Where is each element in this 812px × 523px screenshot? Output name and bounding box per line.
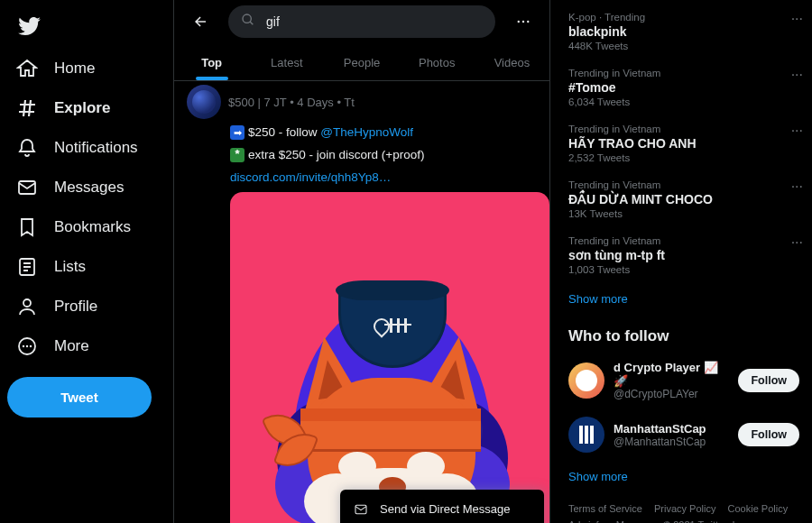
envelope-icon <box>353 501 369 518</box>
trends-show-more[interactable]: Show more <box>565 283 803 315</box>
tweet-button[interactable]: Tweet <box>7 377 152 417</box>
trend-title: #Tomoe <box>568 80 799 95</box>
overflow-button[interactable] <box>508 6 539 37</box>
svg-point-10 <box>527 21 529 23</box>
ctx-label: Send via Direct Message <box>380 502 511 516</box>
tweet-truncated-line: $500 | 7 JT • 4 Days • Tt <box>228 96 355 109</box>
trend-more-icon[interactable]: ··· <box>791 234 803 251</box>
person-icon <box>16 296 38 317</box>
right-sidebar: K-pop · Trending blackpink 448K Tweets ·… <box>550 0 812 523</box>
nav-label: Notifications <box>54 139 138 157</box>
trend-title: HÃY TRAO CHO ANH <box>568 136 799 151</box>
footer-ads[interactable]: Ads info <box>568 519 604 523</box>
footer-links: Terms of Service Privacy Policy Cookie P… <box>565 492 803 523</box>
avatar <box>568 362 604 399</box>
nav-messages[interactable]: Messages <box>7 168 166 207</box>
svg-point-6 <box>30 345 32 347</box>
account-handle: @dCryptoPLAYer <box>614 388 729 400</box>
who-to-follow-heading: Who to follow <box>565 315 803 353</box>
footer-copyright: © 2021 Twitter, Inc. <box>663 519 748 523</box>
footer-tos[interactable]: Terms of Service <box>568 503 642 514</box>
trend-more-icon[interactable]: ··· <box>791 11 803 27</box>
nav-explore[interactable]: Explore <box>7 88 166 128</box>
account-name: d Crypto Player 📈🚀 <box>614 361 729 388</box>
follow-button[interactable]: Follow <box>738 369 799 392</box>
nav-label: Home <box>54 60 95 78</box>
trend-item[interactable]: Trending in Vietnam #Tomoe 6,034 Tweets … <box>565 60 803 115</box>
account-name: ManhattanStCap <box>614 422 706 436</box>
nav-label: Messages <box>54 179 124 197</box>
tweet-media[interactable]: GIF <box>230 192 549 523</box>
back-button[interactable] <box>185 6 216 37</box>
share-context-menu: Send via Direct Message Bookmark Copy li… <box>340 490 544 523</box>
svg-rect-11 <box>355 505 366 513</box>
svg-point-8 <box>518 21 520 23</box>
tab-top[interactable]: Top <box>174 43 249 80</box>
trend-meta: Trending in Vietnam <box>568 124 799 134</box>
bookmark-icon <box>16 216 38 238</box>
timeline: $500 | 7 JT • 4 Days • Tt $250 - follow … <box>174 81 549 523</box>
tab-photos[interactable]: Photos <box>400 43 475 80</box>
trend-item[interactable]: Trending in Vietnam ĐẦU DỪA MINT CHOCO 1… <box>565 171 803 227</box>
svg-point-7 <box>243 14 251 23</box>
search-input[interactable] <box>266 14 483 29</box>
trend-item[interactable]: Trending in Vietnam HÃY TRAO CHO ANH 2,5… <box>565 115 803 171</box>
follow-button[interactable]: Follow <box>738 423 799 446</box>
svg-point-9 <box>522 21 524 23</box>
left-sidebar: Home Explore Notifications Messages Book… <box>0 0 173 523</box>
nav-label: Lists <box>54 258 86 276</box>
main-column: Top Latest People Photos Videos $500 | 7… <box>173 0 550 523</box>
tweet-link[interactable]: discord.com/invite/qhh8Yp8… <box>230 170 537 187</box>
footer-cookie[interactable]: Cookie Policy <box>728 503 789 514</box>
account-handle: @ManhattanStCap <box>614 436 706 448</box>
search-box[interactable] <box>228 5 495 38</box>
follow-suggestion[interactable]: d Crypto Player 📈🚀 @dCryptoPLAYer Follow <box>565 353 803 408</box>
tweet-avatar[interactable] <box>187 85 221 119</box>
home-icon <box>16 58 38 79</box>
list-icon <box>16 256 38 278</box>
svg-point-2 <box>23 299 31 307</box>
trend-title: ĐẦU DỪA MINT CHOCO <box>568 192 799 206</box>
footer-privacy[interactable]: Privacy Policy <box>654 503 715 514</box>
nav-home[interactable]: Home <box>7 49 166 88</box>
trend-count: 13K Tweets <box>568 208 799 219</box>
ctx-send-dm[interactable]: Send via Direct Message <box>340 490 544 523</box>
tweet: $500 | 7 JT • 4 Days • Tt $250 - follow … <box>174 81 549 523</box>
footer-more[interactable]: More … <box>616 519 651 523</box>
trend-item[interactable]: Trending in Vietnam sơn tùng m-tp ft 1,0… <box>565 227 803 283</box>
nav-notifications[interactable]: Notifications <box>7 128 166 168</box>
trend-count: 6,034 Tweets <box>568 96 799 107</box>
trend-title: sơn tùng m-tp ft <box>568 248 799 262</box>
more-circle-icon <box>16 335 38 357</box>
nav-label: Profile <box>54 298 97 316</box>
avatar <box>568 417 604 453</box>
nav-label: More <box>54 337 89 355</box>
envelope-icon <box>16 177 38 198</box>
mention-link[interactable]: @TheHypnoWolf <box>320 125 413 139</box>
svg-point-4 <box>23 345 24 347</box>
follow-suggestion[interactable]: ManhattanStCap @ManhattanStCap Follow <box>565 408 803 461</box>
trend-more-icon[interactable]: ··· <box>791 123 803 139</box>
tweet-line-1: $250 - follow @TheHypnoWolf <box>230 124 537 142</box>
trend-meta: Trending in Vietnam <box>568 68 799 78</box>
tab-videos[interactable]: Videos <box>475 43 549 80</box>
trend-more-icon[interactable]: ··· <box>791 179 803 195</box>
nav-more[interactable]: More <box>7 326 166 366</box>
trend-count: 1,003 Tweets <box>568 264 799 275</box>
bell-icon <box>16 137 38 159</box>
svg-point-5 <box>26 345 28 347</box>
hashtag-icon <box>16 97 38 119</box>
nav-label: Bookmarks <box>54 218 131 236</box>
nav-profile[interactable]: Profile <box>7 287 166 326</box>
tab-people[interactable]: People <box>324 43 399 80</box>
trend-more-icon[interactable]: ··· <box>791 67 803 83</box>
nav-bookmarks[interactable]: Bookmarks <box>7 207 166 247</box>
nav-lists[interactable]: Lists <box>7 247 166 287</box>
follow-show-more[interactable]: Show more <box>565 461 803 492</box>
tab-latest[interactable]: Latest <box>249 43 324 80</box>
twitter-logo-icon[interactable] <box>7 4 52 49</box>
trend-meta: Trending in Vietnam <box>568 235 799 246</box>
nav-label: Explore <box>54 99 110 117</box>
search-icon <box>241 13 255 31</box>
trend-item[interactable]: K-pop · Trending blackpink 448K Tweets ·… <box>565 4 803 60</box>
